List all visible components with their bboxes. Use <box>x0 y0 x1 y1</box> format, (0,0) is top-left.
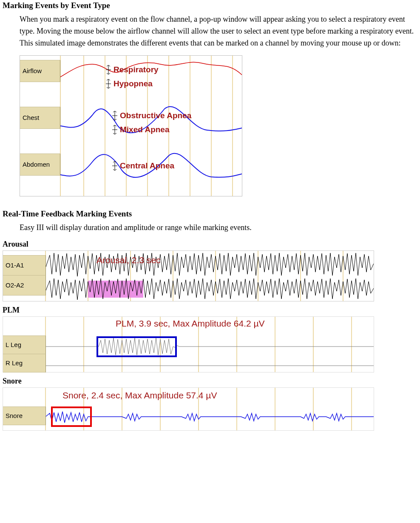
event-hypopnea: Hypopnea <box>105 79 153 88</box>
channel-o1a1: O1-A1 <box>3 255 46 276</box>
event-obstructive-apnea: Obstructive Apnea <box>111 111 191 120</box>
channel-label-airflow: Airflow <box>20 60 60 82</box>
snore-label: Snore, 2.4 sec, Max Amplitude 57.4 µV <box>62 390 217 401</box>
section-title-2: Real-Time Feedback Marking Events <box>3 209 417 219</box>
snore-heading: Snore <box>3 377 417 386</box>
cursor-icon <box>111 161 118 171</box>
arousal-label: Arousal, 2.3 sec <box>96 255 161 265</box>
channel-lleg: L Leg <box>3 335 46 354</box>
arousal-heading: Arousal <box>3 240 417 249</box>
event-type-simulation: Airflow Chest Abdomen Respiratory Hypopn… <box>20 55 242 196</box>
section-title-1: Marking Events by Event Type <box>3 1 417 10</box>
channel-label-abdomen: Abdomen <box>20 153 60 176</box>
plm-heading: PLM <box>3 306 417 315</box>
plm-label: PLM, 3.9 sec, Max Amplitude 64.2 µV <box>116 318 265 329</box>
section-body-2: Easy III will display duration and ampli… <box>20 222 417 234</box>
arousal-figure: O1-A1 O2-A2 Arousal, 2.3 sec <box>3 250 374 301</box>
snore-figure: Snore Snore, 2.4 sec, Max Amplitude 57.4… <box>3 387 374 431</box>
channel-rleg: R Leg <box>3 354 46 372</box>
section-body-1: When you mark a respiratory event on the… <box>20 14 417 49</box>
channel-label-chest: Chest <box>20 107 60 129</box>
event-mixed-apnea: Mixed Apnea <box>111 125 170 134</box>
plm-figure: L Leg R Leg PLM, 3.9 sec, Max Amplitude … <box>3 316 374 372</box>
channel-o2a2: O2-A2 <box>3 276 46 296</box>
cursor-icon <box>105 79 112 88</box>
cursor-icon <box>111 125 118 134</box>
cursor-icon <box>111 111 118 120</box>
cursor-icon <box>105 65 112 74</box>
event-respiratory: Respiratory <box>105 65 159 74</box>
svg-rect-50 <box>52 407 91 426</box>
event-central-apnea: Central Apnea <box>111 161 174 171</box>
channel-snore: Snore <box>3 406 46 425</box>
